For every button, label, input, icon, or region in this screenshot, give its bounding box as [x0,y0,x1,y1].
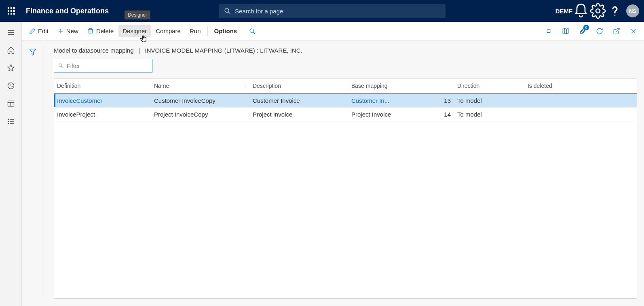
map-icon[interactable] [558,24,573,38]
run-label: Run [190,28,201,34]
svg-rect-2 [13,7,15,9]
svg-line-36 [61,66,63,68]
svg-point-23 [8,121,9,122]
cell-base-mapping: Customer In... [348,94,436,107]
data-grid: Definition Name ↑ Description Base mappi… [54,78,637,299]
breadcrumb: Model to datasource mapping | INVOICE MO… [54,47,637,54]
table-row[interactable]: InvoiceProjectProject InvoiceCopyProject… [54,108,637,121]
notifications-icon[interactable] [573,0,589,22]
edit-label: Edit [38,28,49,34]
app-title: Finance and Operations [26,7,109,15]
global-search-input[interactable] [235,8,441,15]
nav-expand-button[interactable] [0,23,22,41]
nav-workspaces[interactable] [0,95,22,113]
svg-rect-18 [8,101,14,106]
col-seq[interactable] [436,79,454,93]
svg-line-10 [228,12,230,13]
app-launcher-icon[interactable] [3,0,19,22]
main-layout: Edit New Delete Designer Compare Run Opt… [0,22,644,306]
search-action-button[interactable] [245,26,260,37]
options-label: Options [214,28,237,34]
workspace: Model to datasource mapping | INVOICE MO… [22,40,644,306]
cell-description: Project Invoice [249,108,348,121]
cell-definition: InvoiceCustomer [54,94,151,107]
breadcrumb-sep: | [139,47,140,54]
svg-marker-16 [7,65,14,71]
delete-label: Delete [96,28,114,34]
content-area: Edit New Delete Designer Compare Run Opt… [22,22,644,306]
nav-recent[interactable] [0,77,22,95]
left-nav-rail [0,22,22,306]
svg-point-25 [8,123,9,124]
attachments-badge: 0 [583,25,589,30]
svg-line-30 [253,32,255,34]
compare-label: Compare [156,28,181,34]
action-separator [207,26,208,36]
grid-body: InvoiceCustomerCustomer InvoiceCopyCusto… [54,94,637,121]
svg-point-11 [596,9,600,13]
svg-point-12 [614,15,616,16]
refresh-icon[interactable] [592,24,607,38]
col-is-deleted[interactable]: Is deleted [524,79,637,93]
grid-header: Definition Name ↑ Description Base mappi… [54,79,637,94]
action-bar: Edit New Delete Designer Compare Run Opt… [22,22,644,40]
grid-filter-input[interactable] [67,62,148,69]
svg-rect-4 [11,10,12,12]
breadcrumb-right: INVOICE MODEL MAPPING (LITWARE) : LITWAR… [145,47,302,54]
header-right: DEMF NS [556,0,641,22]
svg-rect-6 [8,13,9,15]
popout-icon[interactable] [609,24,624,38]
svg-rect-3 [8,10,9,12]
grid-filter[interactable] [54,59,152,72]
delete-button[interactable]: Delete [83,25,118,37]
designer-label: Designer [122,28,147,34]
designer-tooltip: Designer [125,11,150,19]
col-description[interactable]: Description [249,79,348,93]
cell-direction: To model [454,108,524,121]
attachments-icon[interactable]: 0 [575,24,590,38]
col-base-mapping[interactable]: Base mapping [348,79,436,93]
col-direction[interactable]: Direction [454,79,524,93]
filter-pane-toggle[interactable] [22,40,44,306]
new-label: New [66,28,78,34]
svg-point-21 [8,119,9,120]
svg-rect-7 [11,13,12,15]
cell-base-mapping: Project Invoice [348,108,436,121]
svg-rect-1 [11,7,12,9]
svg-rect-8 [13,13,15,15]
cell-name: Project InvoiceCopy [151,108,249,121]
cell-is-deleted [524,108,637,121]
table-row[interactable]: InvoiceCustomerCustomer InvoiceCopyCusto… [54,94,637,108]
global-search[interactable] [219,4,446,18]
nav-modules[interactable] [0,113,22,130]
svg-rect-5 [13,10,15,12]
designer-button[interactable]: Designer [118,25,151,37]
avatar[interactable]: NS [626,4,639,17]
feedback-icon[interactable] [541,24,556,38]
sort-asc-icon: ↑ [244,83,246,89]
top-header: Finance and Operations DEMF NS [0,0,644,22]
cell-is-deleted [524,94,637,107]
close-icon[interactable] [626,24,641,38]
nav-home[interactable] [0,41,22,59]
company-picker[interactable]: DEMF [556,0,572,22]
new-button[interactable]: New [53,25,82,37]
options-button[interactable]: Options [210,25,241,37]
edit-button[interactable]: Edit [25,25,53,37]
cell-seq: 13 [436,94,454,107]
svg-rect-0 [8,7,9,9]
search-wrap [114,4,551,18]
cell-seq: 14 [436,108,454,121]
run-button[interactable]: Run [186,25,205,37]
col-name-label: Name [154,83,169,89]
svg-marker-34 [30,49,36,55]
compare-button[interactable]: Compare [152,25,185,37]
breadcrumb-left: Model to datasource mapping [54,47,134,54]
col-definition[interactable]: Definition [54,79,151,93]
cell-name: Customer InvoiceCopy [151,94,249,107]
help-icon[interactable] [607,0,623,22]
settings-icon[interactable] [590,0,606,22]
cell-description: Customer Invoice [249,94,348,107]
nav-favorites[interactable] [0,59,22,77]
col-name[interactable]: Name ↑ [151,79,249,93]
